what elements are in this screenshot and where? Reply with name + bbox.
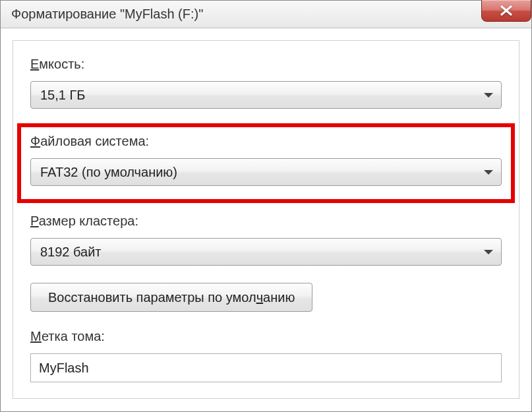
main-panel: Емкость: 15,1 ГБ Файловая система: FAT32…	[13, 40, 519, 399]
close-icon	[500, 5, 513, 16]
filesystem-label: Файловая система:	[30, 134, 502, 149]
chevron-down-icon	[484, 250, 493, 254]
chevron-down-icon	[484, 170, 493, 175]
titlebar: Форматирование "MyFlash (F:)"	[1, 1, 531, 28]
volume-label-field: Метка тома:	[30, 329, 502, 382]
capacity-field: Емкость: 15,1 ГБ	[30, 57, 502, 109]
cluster-dropdown[interactable]: 8192 байт	[30, 238, 502, 266]
window-title: Форматирование "MyFlash (F:)"	[11, 7, 203, 22]
capacity-label: Емкость:	[30, 57, 502, 72]
format-dialog: Форматирование "MyFlash (F:)" Емкость: 1…	[0, 0, 532, 412]
volume-label-label: Метка тома:	[30, 329, 502, 344]
capacity-dropdown[interactable]: 15,1 ГБ	[30, 81, 502, 109]
restore-defaults-row: Восстановить параметры по умолчанию	[30, 283, 502, 312]
filesystem-value: FAT32 (по умолчанию)	[40, 165, 177, 180]
chevron-down-icon	[484, 93, 493, 98]
filesystem-field: Файловая система: FAT32 (по умолчанию)	[17, 123, 515, 203]
capacity-value: 15,1 ГБ	[40, 88, 85, 103]
volume-label-input[interactable]	[30, 353, 502, 382]
cluster-value: 8192 байт	[40, 245, 102, 260]
filesystem-dropdown[interactable]: FAT32 (по умолчанию)	[30, 158, 502, 186]
cluster-field: Размер кластера: 8192 байт	[30, 214, 502, 266]
close-button[interactable]	[481, 0, 531, 22]
cluster-label: Размер кластера:	[30, 214, 502, 229]
restore-defaults-button[interactable]: Восстановить параметры по умолчанию	[30, 283, 312, 312]
content-area: Емкость: 15,1 ГБ Файловая система: FAT32…	[1, 28, 531, 411]
